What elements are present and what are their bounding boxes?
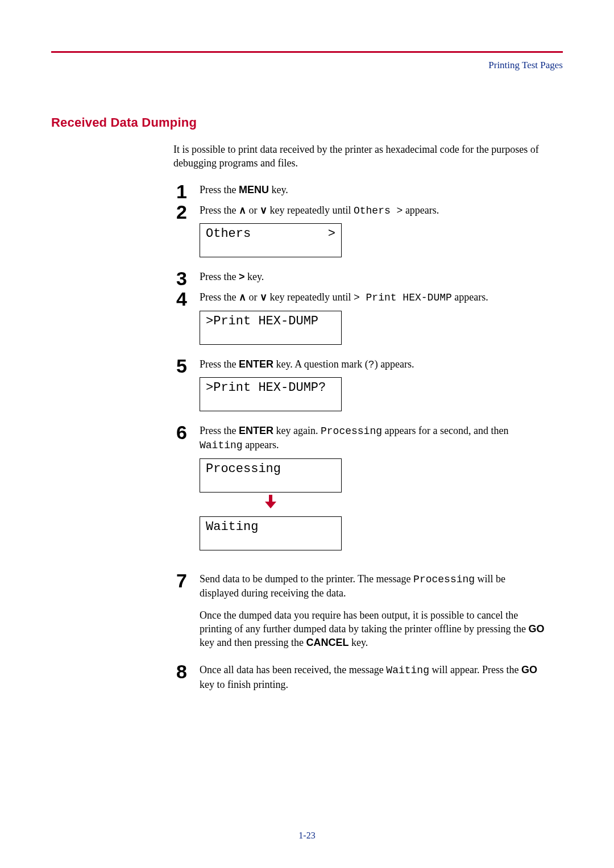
step-number: 4 bbox=[173, 289, 187, 308]
text: Send data to be dumped to the printer. T… bbox=[200, 573, 413, 585]
step-number: 6 bbox=[173, 423, 187, 442]
text: key. A question mark ( bbox=[273, 358, 368, 370]
step-number: 3 bbox=[173, 269, 187, 288]
key-right: > bbox=[239, 271, 245, 282]
text: appears for a second, and then bbox=[382, 425, 508, 436]
text: key to finish printing. bbox=[200, 679, 288, 690]
lcd-display-waiting: Waiting bbox=[200, 516, 342, 550]
text: key. bbox=[349, 637, 368, 648]
step-6: 6 Press the ENTER key again. Processing … bbox=[173, 424, 546, 562]
lcd-text: >Print HEX-DUMP? bbox=[206, 381, 326, 395]
text: ) appears. bbox=[375, 358, 414, 370]
lcd-display-print-hexdump-q: >Print HEX-DUMP? bbox=[200, 377, 342, 411]
key-go: GO bbox=[529, 623, 545, 635]
text: appears. bbox=[452, 291, 488, 303]
text: key. bbox=[269, 184, 288, 195]
text: key repeatedly until bbox=[267, 205, 354, 216]
step-body: Press the ENTER key again. Processing ap… bbox=[200, 424, 546, 562]
key-menu: MENU bbox=[239, 184, 269, 195]
code-text: Waiting bbox=[386, 665, 429, 676]
header-section-label: Printing Test Pages bbox=[51, 60, 563, 71]
text: Press the bbox=[200, 184, 239, 195]
page: Printing Test Pages Received Data Dumpin… bbox=[0, 0, 614, 868]
svg-marker-1 bbox=[265, 502, 276, 508]
step-3: 3 Press the > key. bbox=[173, 270, 546, 289]
step-number: 7 bbox=[173, 571, 187, 590]
text: or bbox=[246, 291, 260, 303]
code-text: Waiting bbox=[200, 440, 243, 451]
up-caret-icon: ∧ bbox=[239, 291, 246, 303]
key-go: GO bbox=[521, 664, 537, 675]
step-1: 1 Press the MENU key. bbox=[173, 183, 546, 202]
step-body: Send data to be dumped to the printer. T… bbox=[200, 572, 546, 655]
text: Press the bbox=[200, 425, 239, 436]
step-number: 8 bbox=[173, 662, 187, 681]
code-text: Processing bbox=[413, 574, 475, 585]
step-8: 8 Once all data has been received, the m… bbox=[173, 663, 546, 697]
page-number: 1-23 bbox=[0, 831, 614, 841]
text: appears. bbox=[243, 439, 279, 450]
down-caret-icon: ∨ bbox=[260, 205, 267, 216]
step-body: Press the MENU key. bbox=[200, 183, 546, 202]
text: Press the bbox=[200, 271, 239, 282]
lcd-display-others: Others > bbox=[200, 223, 342, 257]
intro-text: It is possible to print data received by… bbox=[173, 143, 546, 170]
text: key repeatedly until bbox=[267, 291, 354, 303]
text: Press the bbox=[200, 358, 239, 370]
up-caret-icon: ∧ bbox=[239, 205, 246, 216]
text: key. bbox=[245, 271, 264, 282]
key-cancel: CANCEL bbox=[306, 637, 349, 648]
step-7: 7 Send data to be dumped to the printer.… bbox=[173, 572, 546, 655]
step-body: Press the ∧ or ∨ key repeatedly until Ot… bbox=[200, 203, 546, 269]
step-4: 4 Press the ∧ or ∨ key repeatedly until … bbox=[173, 290, 546, 356]
text: key and then pressing the bbox=[200, 637, 306, 648]
step-body: Once all data has been received, the mes… bbox=[200, 663, 546, 697]
text: will appear. Press the bbox=[429, 664, 521, 675]
code-text: > Print HEX-DUMP bbox=[354, 292, 452, 303]
text: Press the bbox=[200, 205, 239, 216]
text: Press the bbox=[200, 291, 239, 303]
code-text: ? bbox=[368, 359, 375, 370]
lcd-text-right: > bbox=[328, 227, 335, 241]
content: It is possible to print data received by… bbox=[173, 143, 546, 697]
header-rule bbox=[51, 51, 563, 53]
step-number: 2 bbox=[173, 202, 187, 222]
code-text: Processing bbox=[321, 425, 382, 437]
lcd-text: Waiting bbox=[206, 520, 258, 534]
section-title: Received Data Dumping bbox=[51, 115, 563, 130]
lcd-text-left: Others bbox=[206, 227, 251, 241]
lcd-display-processing: Processing bbox=[200, 458, 342, 493]
lcd-text: >Print HEX-DUMP bbox=[206, 315, 318, 328]
text: key again. bbox=[273, 425, 321, 436]
step-body: Press the ∧ or ∨ key repeatedly until > … bbox=[200, 290, 546, 356]
text: Once the dumped data you require has bee… bbox=[200, 610, 529, 635]
lcd-display-print-hexdump: >Print HEX-DUMP bbox=[200, 311, 342, 345]
key-enter: ENTER bbox=[239, 425, 273, 436]
step-number: 5 bbox=[173, 356, 187, 375]
step-2: 2 Press the ∧ or ∨ key repeatedly until … bbox=[173, 203, 546, 269]
key-enter: ENTER bbox=[239, 358, 273, 370]
text: or bbox=[246, 205, 260, 216]
code-text: Others > bbox=[354, 205, 403, 216]
text: Once all data has been received, the mes… bbox=[200, 664, 386, 675]
down-arrow-icon bbox=[200, 495, 342, 513]
step-body: Press the ENTER key. A question mark (?)… bbox=[200, 357, 546, 423]
lcd-text: Processing bbox=[206, 462, 281, 476]
down-caret-icon: ∨ bbox=[260, 291, 267, 303]
svg-rect-0 bbox=[269, 495, 272, 502]
step-number: 1 bbox=[173, 182, 187, 201]
text: appears. bbox=[403, 205, 439, 216]
step-body: Press the > key. bbox=[200, 270, 546, 289]
step-5: 5 Press the ENTER key. A question mark (… bbox=[173, 357, 546, 423]
